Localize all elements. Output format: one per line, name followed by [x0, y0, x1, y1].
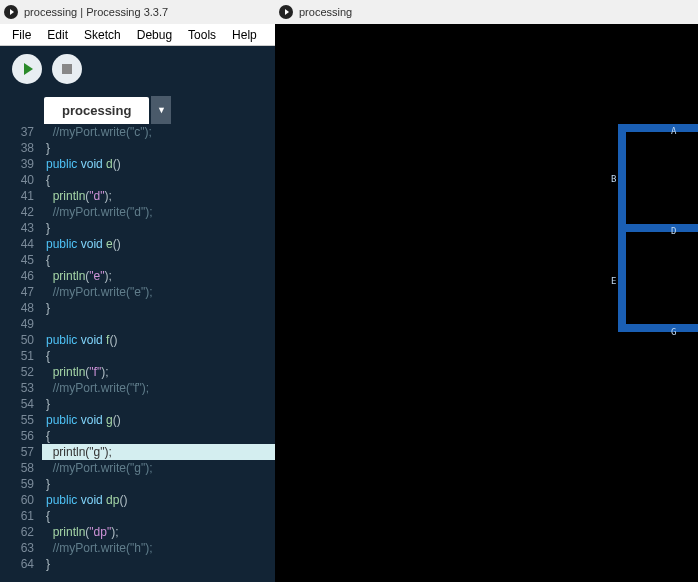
- editor-pane: processing | Processing 3.3.7 File Edit …: [0, 0, 275, 582]
- code-line[interactable]: {: [46, 508, 275, 524]
- line-number: 41: [0, 188, 34, 204]
- code-line[interactable]: //myPort.write("e");: [46, 284, 275, 300]
- line-number: 55: [0, 412, 34, 428]
- code-line[interactable]: println("e");: [46, 268, 275, 284]
- code-editor[interactable]: 3738394041424344454647484950515253545556…: [0, 124, 275, 582]
- line-number: 46: [0, 268, 34, 284]
- menu-tools[interactable]: Tools: [180, 26, 224, 44]
- code-line[interactable]: public void d(): [46, 156, 275, 172]
- label-d: D: [671, 226, 676, 236]
- line-number: 44: [0, 236, 34, 252]
- code-line[interactable]: public void e(): [46, 236, 275, 252]
- line-number: 54: [0, 396, 34, 412]
- line-number: 42: [0, 204, 34, 220]
- label-a: A: [671, 126, 676, 136]
- menu-help[interactable]: Help: [224, 26, 265, 44]
- label-g: G: [671, 327, 676, 337]
- menubar: File Edit Sketch Debug Tools Help: [0, 24, 275, 46]
- window-title: processing | Processing 3.3.7: [24, 6, 168, 18]
- code-line[interactable]: println("g");: [42, 444, 275, 460]
- line-number: 64: [0, 556, 34, 572]
- code-line[interactable]: println("d");: [46, 188, 275, 204]
- toolbar: [0, 46, 275, 92]
- line-number: 63: [0, 540, 34, 556]
- line-number: 49: [0, 316, 34, 332]
- line-number: 59: [0, 476, 34, 492]
- code-line[interactable]: [46, 316, 275, 332]
- play-icon: [24, 63, 33, 75]
- line-number: 53: [0, 380, 34, 396]
- code-line[interactable]: println("f");: [46, 364, 275, 380]
- menu-file[interactable]: File: [4, 26, 39, 44]
- code-line[interactable]: public void g(): [46, 412, 275, 428]
- code-line[interactable]: println("dp");: [46, 524, 275, 540]
- line-number: 43: [0, 220, 34, 236]
- line-number: 39: [0, 156, 34, 172]
- line-number: 47: [0, 284, 34, 300]
- line-number: 60: [0, 492, 34, 508]
- line-number: 58: [0, 460, 34, 476]
- line-number: 52: [0, 364, 34, 380]
- menu-debug[interactable]: Debug: [129, 26, 180, 44]
- seg-b: [618, 124, 626, 228]
- tab-sketch[interactable]: processing: [44, 97, 149, 124]
- line-number: 48: [0, 300, 34, 316]
- line-number: 50: [0, 332, 34, 348]
- label-e: E: [611, 276, 616, 286]
- line-number: 57: [0, 444, 34, 460]
- code-line[interactable]: }: [46, 140, 275, 156]
- code-line[interactable]: }: [46, 476, 275, 492]
- menu-sketch[interactable]: Sketch: [76, 26, 129, 44]
- line-number: 45: [0, 252, 34, 268]
- window-titlebar: processing | Processing 3.3.7: [0, 0, 275, 24]
- seg-d: [618, 224, 698, 232]
- tab-dropdown[interactable]: [151, 96, 171, 124]
- run-button[interactable]: [12, 54, 42, 84]
- line-gutter: 3738394041424344454647484950515253545556…: [0, 124, 42, 582]
- line-number: 61: [0, 508, 34, 524]
- sketch-canvas: A B D E G: [275, 24, 698, 582]
- stop-icon: [62, 64, 72, 74]
- code-line[interactable]: public void f(): [46, 332, 275, 348]
- code-line[interactable]: }: [46, 300, 275, 316]
- code-line[interactable]: //myPort.write("d");: [46, 204, 275, 220]
- line-number: 56: [0, 428, 34, 444]
- line-number: 51: [0, 348, 34, 364]
- output-titlebar: processing: [275, 0, 698, 24]
- code-line[interactable]: public void dp(): [46, 492, 275, 508]
- code-line[interactable]: //myPort.write("c");: [46, 124, 275, 140]
- line-number: 40: [0, 172, 34, 188]
- seg-g: [618, 324, 698, 332]
- app-icon: [279, 5, 293, 19]
- code-line[interactable]: }: [46, 556, 275, 572]
- menu-edit[interactable]: Edit: [39, 26, 76, 44]
- code-content[interactable]: //myPort.write("c");}public void d(){ pr…: [42, 124, 275, 582]
- code-line[interactable]: {: [46, 348, 275, 364]
- tab-row: processing: [0, 92, 275, 124]
- stop-button[interactable]: [52, 54, 82, 84]
- code-line[interactable]: //myPort.write("h");: [46, 540, 275, 556]
- code-line[interactable]: //myPort.write("f");: [46, 380, 275, 396]
- line-number: 38: [0, 140, 34, 156]
- output-pane: processing A B D E G: [275, 0, 698, 582]
- output-title: processing: [299, 6, 352, 18]
- line-number: 37: [0, 124, 34, 140]
- code-line[interactable]: }: [46, 220, 275, 236]
- code-line[interactable]: {: [46, 252, 275, 268]
- code-line[interactable]: {: [46, 172, 275, 188]
- code-line[interactable]: //myPort.write("g");: [46, 460, 275, 476]
- code-line[interactable]: }: [46, 396, 275, 412]
- app-icon: [4, 5, 18, 19]
- code-line[interactable]: {: [46, 428, 275, 444]
- seg-a: [618, 124, 698, 132]
- line-number: 62: [0, 524, 34, 540]
- seg-e: [618, 228, 626, 332]
- label-b: B: [611, 174, 616, 184]
